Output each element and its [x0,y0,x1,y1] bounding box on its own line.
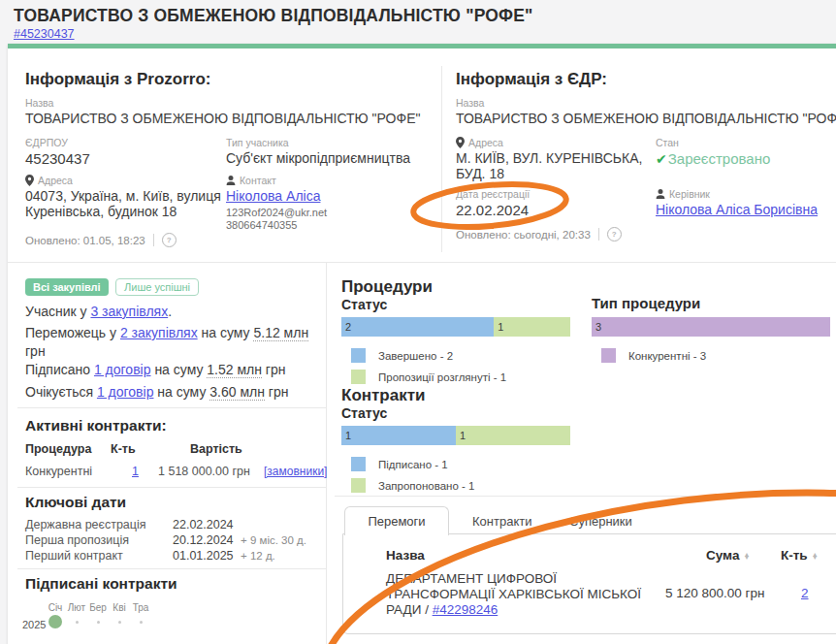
legend-swatch [351,348,366,363]
customers-link[interactable]: [замовники] [264,465,327,478]
person-icon [656,189,665,199]
chart-contracts-title: Контракти [341,386,425,405]
sort-icon[interactable]: ▲▼ [812,553,819,560]
expected-amount[interactable]: 3.60 млн [209,384,265,401]
chart-procedures-legend: Завершено - 2Пропозиції розглянуті - 1 [351,341,506,384]
calendar-months: СічЛютБерКвіТра [45,597,151,615]
legend-row: Пропозиції розглянуті - 1 [351,370,506,384]
company-id-link[interactable]: #45230437 [14,27,75,41]
contact-label: Контакт [226,175,327,186]
key-date-label: Державна реєстрація [25,518,146,531]
key-date-label: Перший контракт [25,549,123,563]
chart-contracts-bar[interactable]: 11 [341,426,570,445]
head-name-link[interactable]: Ніколова Аліса Борисівна [656,202,818,217]
col-procedure: Процедура [25,442,91,456]
wins-row-name: ДЕПАРТАМЕНТ ЦИФРОВОЇ ТРАНСФОРМАЦІЇ ХАРКІ… [386,571,667,618]
edr-updated: Оновлено: сьогодні, 20:33 [456,229,591,241]
edr-address-value: М. КИЇВ, ВУЛ. КУРЕНІВСЬКА, БУД. 18 [456,150,650,181]
bar-segment[interactable]: 1 [341,426,456,445]
participant-count-link[interactable]: 3 закупівлях [90,304,168,319]
divider [598,228,599,241]
divider [8,262,836,263]
calendar-dots-row[interactable] [45,615,151,628]
prozorro-address-value: 04073, Україна, м. Київ, вулиця Куренівс… [25,188,221,219]
filter-successful-button[interactable]: Лише успішні [115,278,199,296]
bar-segment[interactable]: 3 [592,317,830,337]
prozorro-name-label: Назва [25,97,420,109]
chart-type-bar[interactable]: 3 [592,317,830,337]
main-columns-divider [326,263,327,644]
tab-wins[interactable]: Перемоги [344,506,449,535]
bar-segment[interactable]: 1 [494,317,570,337]
wins-row-count-link[interactable]: 2 [801,586,809,600]
col-value: Вартість [190,442,242,456]
prozorro-name-value: ТОВАРИСТВО З ОБМЕЖЕНОЮ ВІДПОВІДАЛЬНІСТЮ … [25,111,420,126]
stat-expected: Очікується 1 договір на суму 3.60 млн гр… [25,383,288,402]
key-date-label: Перша пропозиція [25,533,129,547]
chart-type-legend: Конкурентні - 3 [601,341,706,363]
legend-swatch [351,478,366,493]
chart-procedures-bar[interactable]: 21 [341,317,570,337]
stat-participant: Учасник у 3 закупівлях. [25,303,172,321]
filter-all-button[interactable]: Всі закупівлі [25,278,109,296]
tab-contracts[interactable]: Контракти [472,514,531,529]
key-date-delta: + 12 д. [241,550,275,562]
chart-procedures-subtitle: Статус [341,297,387,312]
empty-month-dot[interactable] [118,621,121,624]
legend-label: Запропоновано - 1 [378,480,474,492]
legend-label: Конкурентні - 3 [628,350,706,362]
legend-row: Завершено - 2 [351,348,506,363]
bar-segment[interactable]: 2 [341,317,494,337]
reg-date-label: Дата реєстрації [456,188,530,200]
cell-count-link[interactable]: 1 [132,465,139,478]
prozorro-updated: Оновлено: 01.05, 18:23 [25,235,145,246]
signed-count-link[interactable]: 1 договір [94,362,151,377]
info-columns-divider [441,66,442,252]
empty-month-dot[interactable] [140,621,143,624]
edr-name-label: Назва [456,97,836,109]
legend-label: Підписано - 1 [378,459,448,470]
prozorro-edrpou-label: ЄДРПОУ [25,137,90,148]
key-dates-heading: Ключові дати [25,494,126,511]
empty-month-dot[interactable] [97,621,100,624]
wins-col-sum[interactable]: Сума▲▼ [706,548,750,563]
expected-count-link[interactable]: 1 договір [97,384,154,400]
key-date-value: 20.12.2024 [173,533,234,547]
help-icon[interactable]: ? [607,227,622,242]
contact-email: 123Rof2024@ukr.net [226,207,327,218]
divider [17,487,326,488]
legend-row: Підписано - 1 [351,457,474,471]
key-date-delta: + 9 міс. 30 д. [241,534,306,546]
wins-col-name[interactable]: Назва [386,548,425,563]
contact-name-link[interactable]: Ніколова Аліса [226,188,320,204]
contract-month-dot[interactable] [48,615,62,628]
edr-heading: Інформація з ЄДР: [456,70,607,89]
key-date-value: 22.02.2024 [173,518,234,531]
chart-procedures-title: Процедури [341,277,433,297]
wins-row-sum: 5 120 800.00 грн [665,586,764,600]
help-icon[interactable]: ? [162,233,177,247]
sort-icon[interactable]: ▲▼ [743,553,750,560]
legend-row: Конкурентні - 3 [601,348,706,363]
signed-amount[interactable]: 1.52 млн [207,362,262,378]
wins-row-id-link[interactable]: #42298246 [433,602,498,617]
bar-segment[interactable]: 1 [456,426,570,445]
winner-count-link[interactable]: 2 закупівлях [120,325,198,340]
empty-month-dot[interactable] [76,621,79,624]
col-count: К-ть [111,442,136,456]
calendar-year: 2025 [22,619,46,630]
stat-winner: Переможець у 2 закупівлях на суму 5.12 м… [25,324,316,361]
winner-amount[interactable]: 5.12 млн [253,325,308,341]
location-icon [25,175,34,186]
signed-contracts-heading: Підписані контракти [25,575,177,593]
head-label: Керівник [656,188,818,200]
edr-name-value: ТОВАРИСТВО З ОБМЕЖЕНОЮ ВІДПОВІДАЛЬНІСТЮ … [456,111,836,126]
divider [17,407,326,408]
location-icon [456,137,465,148]
tab-rivals[interactable]: Суперники [569,514,632,529]
legend-label: Пропозиції розглянуті - 1 [378,371,506,383]
wins-col-count[interactable]: К-ть▲▼ [781,548,819,563]
cell-procedure: Конкурентні [25,465,92,478]
cell-value: 1 518 000.00 грн [158,465,250,478]
chart-contracts-subtitle: Статус [341,405,387,421]
